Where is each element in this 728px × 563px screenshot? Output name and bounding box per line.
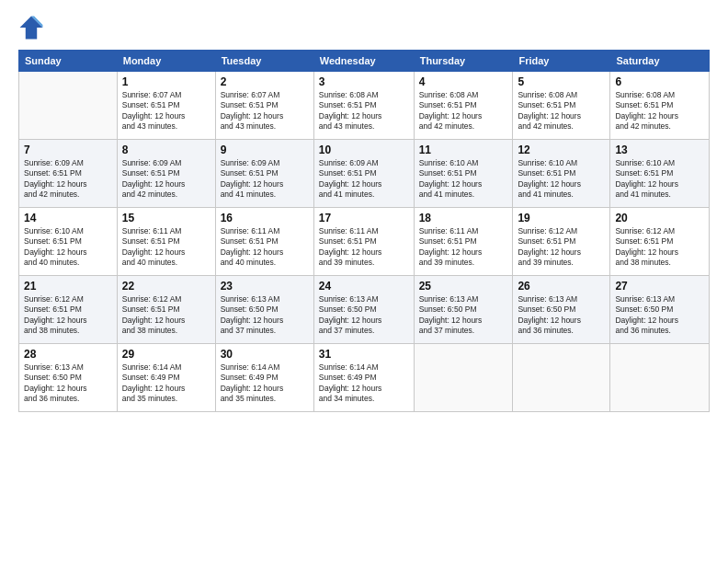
cell-3-2: 15Sunrise: 6:11 AMSunset: 6:51 PMDayligh… [117,208,215,276]
daylight-text-1: Daylight: 12 hours [221,179,309,190]
sunrise-text: Sunrise: 6:12 AM [122,294,210,304]
daylight-text-1: Daylight: 12 hours [122,316,210,326]
daylight-text-2: and 41 minutes. [518,190,605,200]
sunset-text: Sunset: 6:51 PM [419,236,508,247]
cell-3-3: 16Sunrise: 6:11 AMSunset: 6:51 PMDayligh… [215,208,313,276]
cell-2-3: 9Sunrise: 6:09 AMSunset: 6:51 PMDaylight… [215,140,313,208]
day-number: 8 [122,144,210,156]
cell-1-5: 4Sunrise: 6:08 AMSunset: 6:51 PMDaylight… [414,72,513,140]
daylight-text-1: Daylight: 12 hours [24,384,112,394]
col-header-tuesday: Tuesday [215,51,313,72]
col-header-thursday: Thursday [414,51,513,72]
sunrise-text: Sunrise: 6:11 AM [221,226,309,236]
week-row-1: 1Sunrise: 6:07 AMSunset: 6:51 PMDaylight… [19,72,710,140]
sunset-text: Sunset: 6:50 PM [24,373,112,383]
day-number: 14 [24,212,112,224]
day-number: 11 [419,144,508,156]
cell-3-7: 20Sunrise: 6:12 AMSunset: 6:51 PMDayligh… [610,208,710,276]
sunrise-text: Sunrise: 6:08 AM [615,90,704,100]
daylight-text-2: and 42 minutes. [518,121,605,132]
day-number: 25 [419,280,508,293]
daylight-text-1: Daylight: 12 hours [518,316,605,326]
day-number: 29 [122,348,210,361]
sunset-text: Sunset: 6:51 PM [122,304,210,315]
cell-1-1 [19,72,118,140]
daylight-text-1: Daylight: 12 hours [419,111,508,121]
day-number: 10 [319,144,409,156]
daylight-text-1: Daylight: 12 hours [24,247,112,258]
day-number: 15 [122,212,210,224]
cell-2-2: 8Sunrise: 6:09 AMSunset: 6:51 PMDaylight… [117,140,215,208]
sunrise-text: Sunrise: 6:13 AM [221,294,309,304]
daylight-text-2: and 43 minutes. [319,121,409,132]
daylight-text-2: and 42 minutes. [122,190,210,200]
daylight-text-1: Daylight: 12 hours [122,111,210,121]
day-number: 28 [24,348,112,361]
daylight-text-1: Daylight: 12 hours [419,247,508,258]
cell-1-6: 5Sunrise: 6:08 AMSunset: 6:51 PMDaylight… [513,72,610,140]
sunset-text: Sunset: 6:50 PM [319,304,409,315]
day-number: 30 [221,348,309,361]
sunrise-text: Sunrise: 6:12 AM [24,294,112,304]
sunrise-text: Sunrise: 6:13 AM [319,294,409,304]
daylight-text-1: Daylight: 12 hours [615,247,704,258]
daylight-text-2: and 36 minutes. [24,394,112,404]
svg-marker-0 [20,17,43,40]
sunrise-text: Sunrise: 6:11 AM [419,226,508,236]
daylight-text-2: and 41 minutes. [221,190,309,200]
daylight-text-2: and 41 minutes. [319,190,409,200]
sunrise-text: Sunrise: 6:11 AM [319,226,409,236]
daylight-text-1: Daylight: 12 hours [419,316,508,326]
daylight-text-1: Daylight: 12 hours [518,179,605,190]
daylight-text-1: Daylight: 12 hours [419,179,508,190]
cell-3-5: 18Sunrise: 6:11 AMSunset: 6:51 PMDayligh… [414,208,513,276]
sunset-text: Sunset: 6:51 PM [419,168,508,178]
sunrise-text: Sunrise: 6:12 AM [518,226,605,236]
day-number: 19 [518,212,605,224]
cell-5-2: 29Sunrise: 6:14 AMSunset: 6:49 PMDayligh… [117,344,215,412]
day-number: 27 [615,280,704,293]
cell-4-2: 22Sunrise: 6:12 AMSunset: 6:51 PMDayligh… [117,276,215,344]
cell-2-1: 7Sunrise: 6:09 AMSunset: 6:51 PMDaylight… [19,140,118,208]
sunrise-text: Sunrise: 6:10 AM [419,158,508,168]
sunset-text: Sunset: 6:51 PM [24,304,112,315]
daylight-text-2: and 38 minutes. [615,258,704,268]
sunrise-text: Sunrise: 6:14 AM [319,362,409,373]
daylight-text-1: Daylight: 12 hours [319,247,409,258]
daylight-text-2: and 43 minutes. [122,121,210,132]
day-number: 12 [518,144,605,156]
sunset-text: Sunset: 6:51 PM [518,100,605,110]
sunrise-text: Sunrise: 6:09 AM [221,158,309,168]
sunrise-text: Sunrise: 6:09 AM [319,158,409,168]
day-number: 16 [221,212,309,224]
sunset-text: Sunset: 6:51 PM [24,168,112,178]
day-number: 23 [221,280,309,293]
sunset-text: Sunset: 6:51 PM [419,100,508,110]
daylight-text-2: and 40 minutes. [24,258,112,268]
cell-5-4: 31Sunrise: 6:14 AMSunset: 6:49 PMDayligh… [313,344,414,412]
daylight-text-1: Daylight: 12 hours [221,111,309,121]
cell-3-1: 14Sunrise: 6:10 AMSunset: 6:51 PMDayligh… [19,208,118,276]
logo [18,15,48,40]
daylight-text-1: Daylight: 12 hours [24,179,112,190]
cell-2-7: 13Sunrise: 6:10 AMSunset: 6:51 PMDayligh… [610,140,710,208]
sunset-text: Sunset: 6:51 PM [221,100,309,110]
sunset-text: Sunset: 6:51 PM [221,236,309,247]
daylight-text-1: Daylight: 12 hours [221,247,309,258]
daylight-text-2: and 36 minutes. [615,326,704,336]
day-number: 7 [24,144,112,156]
daylight-text-1: Daylight: 12 hours [319,111,409,121]
daylight-text-1: Daylight: 12 hours [518,111,605,121]
sunrise-text: Sunrise: 6:08 AM [319,90,409,100]
daylight-text-2: and 41 minutes. [615,190,704,200]
day-number: 2 [221,75,309,88]
sunrise-text: Sunrise: 6:08 AM [419,90,508,100]
col-header-saturday: Saturday [610,51,710,72]
daylight-text-1: Daylight: 12 hours [122,384,210,394]
cell-3-6: 19Sunrise: 6:12 AMSunset: 6:51 PMDayligh… [513,208,610,276]
daylight-text-2: and 40 minutes. [221,258,309,268]
sunrise-text: Sunrise: 6:10 AM [615,158,704,168]
page: SundayMondayTuesdayWednesdayThursdayFrid… [0,0,728,563]
daylight-text-2: and 39 minutes. [319,258,409,268]
col-header-wednesday: Wednesday [313,51,414,72]
